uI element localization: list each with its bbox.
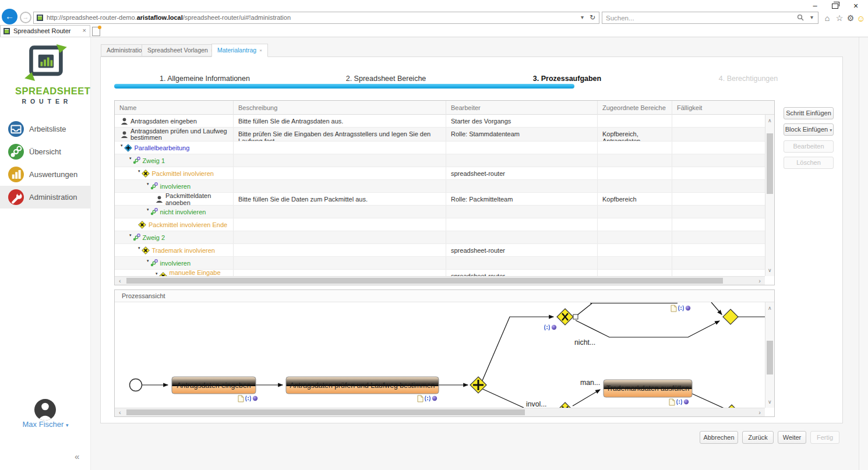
table-row[interactable]: Packmittel involvieren Ende [115,218,765,231]
process-diagram-canvas[interactable]: Antragsdaten eingeben Antragsdaten prüfe… [115,302,765,408]
expand-caret-icon[interactable]: ▾ [129,232,132,239]
xor-gateway-icon [142,169,150,178]
scrollbar-thumb[interactable] [126,278,723,284]
sidebar-item-auswertungen[interactable]: Auswertungen [0,163,91,186]
delete-button[interactable]: Löschen [784,157,834,169]
search-dropdown-icon[interactable]: ▾ [810,14,813,20]
column-header-beschreibung[interactable]: Beschreibung [234,101,446,115]
document-icon [418,395,423,402]
scrollbar-thumb[interactable] [126,409,525,415]
table-horizontal-scrollbar[interactable]: ‹ › [115,276,765,285]
scroll-up-icon[interactable]: ∧ [768,118,772,123]
window-minimize-button[interactable]: – [807,1,823,10]
sidebar-collapse-icon[interactable]: « [75,451,79,461]
table-row[interactable]: ▾nicht involvieren [115,206,765,218]
scrollbar-thumb[interactable] [767,133,773,194]
scroll-right-icon[interactable]: › [758,278,761,284]
address-bar[interactable]: http://spreadsheet-router-demo.aristaflo… [33,12,599,24]
expand-caret-icon[interactable]: ▾ [129,155,132,162]
favorites-star-icon[interactable]: ☆ [834,13,845,23]
column-header-name[interactable]: Name [115,101,234,115]
task-description [234,167,446,179]
column-header-bereiche[interactable]: Zugeordnete Bereiche [598,101,672,115]
table-row[interactable]: ▾manuelle Eingabe notwend... spreadsheet… [115,270,765,276]
expand-caret-icon[interactable]: ▾ [147,181,149,188]
scroll-left-icon[interactable]: ‹ [119,278,121,284]
data-brackets-icon [246,396,251,402]
window-restore-icon[interactable] [832,3,838,9]
expand-caret-icon[interactable]: ▾ [147,206,149,213]
window-close-button[interactable]: × [848,1,864,10]
logo-title: SPREADSHEET [15,86,76,97]
scroll-left-icon[interactable]: ‹ [119,410,121,415]
browser-forward-button[interactable]: → [20,12,31,23]
scroll-right-icon[interactable]: › [758,410,761,415]
insert-step-button[interactable]: Schritt Einfügen [784,107,834,119]
table-row[interactable]: ▾Packmittel involvieren spreadsheet-rout… [115,167,765,180]
task-assignee: spreadsheet-router [446,244,598,256]
url-dropdown-icon[interactable]: ▾ [581,14,584,20]
page-scrollbar[interactable] [859,37,868,470]
insert-block-button[interactable]: Block Einfügen ▾ [784,123,834,136]
task-name: Packmitteldaten angeben [165,193,230,205]
table-row[interactable]: ▾involvieren [115,257,765,270]
expand-caret-icon[interactable]: ▾ [147,257,149,264]
table-row[interactable]: Antragsdaten prüfen und Laufweg bestimme… [115,128,765,142]
search-input[interactable] [605,13,782,23]
column-header-faelligkeit[interactable]: Fälligkeit [672,101,774,115]
finish-button[interactable]: Fertig [810,431,839,444]
table-row[interactable]: Antragsdaten eingeben Bitte füllen SIe d… [115,115,765,128]
process-horizontal-scrollbar[interactable]: ‹ › [115,408,765,416]
search-icon[interactable] [797,14,804,21]
process-vertical-scrollbar[interactable]: ∧ ∨ [765,302,774,408]
task-due [672,257,765,269]
column-header-bearbeiter[interactable]: Bearbeiter [446,101,598,115]
wizard-step-1[interactable]: 1. Allgemeine Informationen [114,75,295,83]
feedback-smiley-icon[interactable]: ☺ [855,13,867,23]
table-row[interactable]: Packmitteldaten angeben Bitte füllen Sie… [115,193,765,206]
tab-materialantrag[interactable]: Materialantrag× [211,44,268,57]
new-tab-button[interactable] [92,27,100,36]
tab-close-icon[interactable]: × [83,27,86,34]
table-row[interactable]: ▾involvieren [115,180,765,193]
next-button[interactable]: Weiter [778,431,806,444]
scroll-down-icon[interactable]: ∨ [768,268,772,273]
settings-gear-icon[interactable]: ⚙ [845,13,856,23]
table-row[interactable]: ▾Parallelbearbeitung [115,142,765,154]
data-brackets-icon [545,325,550,331]
expand-caret-icon[interactable]: ▾ [156,270,158,277]
expand-caret-icon[interactable]: ▾ [138,168,140,175]
table-vertical-scrollbar[interactable]: ∧ ∨ [765,115,774,276]
cancel-button[interactable]: Abbrechen [700,431,738,444]
table-row[interactable]: ▾Trademark involvieren spreadsheet-route… [115,244,765,257]
table-header: Name Beschreibung Bearbeiter Zugeordnete… [115,101,774,115]
browser-back-button[interactable]: ← [2,9,17,24]
wizard-step-2[interactable]: 2. Spreadsheet Bereiche [295,75,477,83]
scroll-down-icon[interactable]: ∨ [768,400,772,405]
xor-gateway-node[interactable] [558,402,573,408]
expand-caret-icon[interactable]: ▾ [121,142,123,149]
refresh-icon[interactable]: ↻ [590,13,595,22]
merge-gateway-node[interactable] [723,309,738,324]
search-box[interactable]: ▾ [602,12,818,24]
user-avatar[interactable] [34,399,56,420]
tab-close-icon[interactable]: × [259,48,262,53]
sidebar-item-uebersicht[interactable]: Übersicht [0,140,91,163]
scroll-up-icon[interactable]: ∧ [768,306,772,311]
start-event-node[interactable] [130,379,142,391]
scrollbar-thumb[interactable] [767,341,773,374]
edit-button[interactable]: Bearbeiten [784,140,834,153]
home-icon[interactable]: ⌂ [821,13,833,23]
task-areas [598,206,672,218]
user-menu[interactable]: Max Fischer ▾ [0,420,91,429]
table-row[interactable]: ▾Zweig 1 [115,154,765,167]
table-row[interactable]: ▾Zweig 2 [115,231,765,244]
sidebar-item-administration[interactable]: Administration [0,186,91,209]
wizard-step-3[interactable]: 3. Prozessaufgaben [477,75,658,83]
tab-spreadsheet-vorlagen[interactable]: Spreadsheet Vorlagen× [142,44,220,56]
sidebar-item-arbeitsliste[interactable]: Arbeitsliste [0,118,91,140]
back-button[interactable]: Zurück [742,431,774,444]
browser-tab[interactable]: Spreadsheet Router × [0,25,90,37]
expand-caret-icon[interactable]: ▾ [138,245,140,252]
sphere-icon [552,325,556,330]
